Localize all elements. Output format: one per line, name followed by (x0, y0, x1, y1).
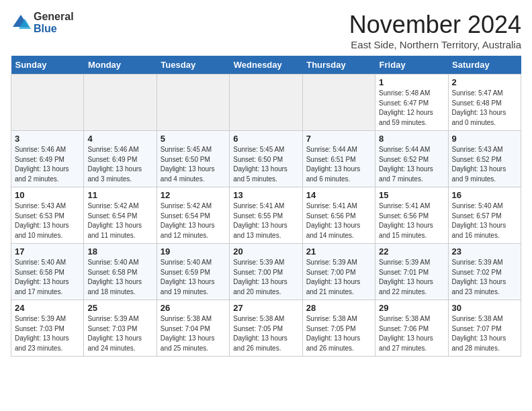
day-number: 2 (452, 77, 517, 87)
header: General Blue November 2024 East Side, No… (11, 11, 521, 50)
day-detail: Sunrise: 5:38 AM Sunset: 7:05 PM Dayligh… (306, 314, 371, 353)
calendar-cell: 6Sunrise: 5:45 AM Sunset: 6:50 PM Daylig… (230, 131, 302, 187)
day-number: 29 (379, 303, 444, 313)
day-detail: Sunrise: 5:44 AM Sunset: 6:52 PM Dayligh… (379, 145, 444, 184)
day-number: 14 (306, 190, 371, 200)
day-number: 15 (379, 190, 444, 200)
logo-blue: Blue (34, 23, 74, 35)
calendar-cell: 2Sunrise: 5:47 AM Sunset: 6:48 PM Daylig… (448, 75, 521, 131)
calendar-cell (302, 75, 375, 131)
calendar-cell: 8Sunrise: 5:44 AM Sunset: 6:52 PM Daylig… (375, 131, 448, 187)
calendar-cell: 26Sunrise: 5:38 AM Sunset: 7:04 PM Dayli… (157, 300, 229, 357)
location-title: East Side, Northern Territory, Australia (349, 39, 521, 50)
day-detail: Sunrise: 5:43 AM Sunset: 6:52 PM Dayligh… (452, 145, 517, 184)
day-number: 17 (15, 246, 80, 257)
day-detail: Sunrise: 5:45 AM Sunset: 6:50 PM Dayligh… (161, 145, 226, 184)
calendar-cell: 7Sunrise: 5:44 AM Sunset: 6:51 PM Daylig… (302, 131, 375, 187)
day-detail: Sunrise: 5:38 AM Sunset: 7:04 PM Dayligh… (161, 314, 226, 353)
day-number: 20 (233, 246, 298, 257)
day-detail: Sunrise: 5:40 AM Sunset: 6:59 PM Dayligh… (161, 258, 226, 297)
calendar-cell: 15Sunrise: 5:41 AM Sunset: 6:56 PM Dayli… (375, 187, 448, 244)
logo-icon (11, 13, 31, 33)
calendar-cell: 14Sunrise: 5:41 AM Sunset: 6:56 PM Dayli… (302, 187, 375, 244)
day-number: 11 (87, 190, 152, 200)
day-number: 21 (306, 246, 371, 257)
day-number: 18 (87, 246, 152, 257)
day-number: 23 (452, 246, 517, 257)
day-detail: Sunrise: 5:48 AM Sunset: 6:47 PM Dayligh… (379, 89, 444, 128)
calendar-cell: 19Sunrise: 5:40 AM Sunset: 6:59 PM Dayli… (157, 244, 229, 300)
calendar-cell: 16Sunrise: 5:40 AM Sunset: 6:57 PM Dayli… (448, 187, 521, 244)
day-number: 3 (15, 134, 80, 144)
day-number: 19 (161, 246, 226, 257)
calendar-week-row: 10Sunrise: 5:43 AM Sunset: 6:53 PM Dayli… (11, 187, 521, 244)
month-title: November 2024 (349, 11, 521, 39)
calendar-cell (230, 75, 302, 131)
day-number: 7 (306, 134, 371, 144)
day-number: 16 (452, 190, 517, 200)
calendar-cell: 22Sunrise: 5:39 AM Sunset: 7:01 PM Dayli… (375, 244, 448, 300)
day-detail: Sunrise: 5:39 AM Sunset: 7:03 PM Dayligh… (87, 314, 152, 353)
calendar-cell: 1Sunrise: 5:48 AM Sunset: 6:47 PM Daylig… (375, 75, 448, 131)
day-detail: Sunrise: 5:44 AM Sunset: 6:51 PM Dayligh… (306, 145, 371, 184)
day-detail: Sunrise: 5:38 AM Sunset: 7:06 PM Dayligh… (379, 314, 444, 353)
day-detail: Sunrise: 5:46 AM Sunset: 6:49 PM Dayligh… (87, 145, 152, 184)
day-number: 27 (233, 303, 298, 313)
logo: General Blue (11, 11, 74, 34)
weekday-header: Monday (84, 56, 157, 75)
calendar-cell: 3Sunrise: 5:46 AM Sunset: 6:49 PM Daylig… (11, 131, 84, 187)
calendar-cell: 29Sunrise: 5:38 AM Sunset: 7:06 PM Dayli… (375, 300, 448, 357)
day-detail: Sunrise: 5:38 AM Sunset: 7:07 PM Dayligh… (452, 314, 517, 353)
day-detail: Sunrise: 5:39 AM Sunset: 7:03 PM Dayligh… (15, 314, 80, 353)
day-detail: Sunrise: 5:41 AM Sunset: 6:56 PM Dayligh… (379, 201, 444, 240)
day-number: 24 (15, 303, 80, 313)
day-detail: Sunrise: 5:43 AM Sunset: 6:53 PM Dayligh… (15, 201, 80, 240)
weekday-header: Thursday (302, 56, 375, 75)
calendar-cell: 28Sunrise: 5:38 AM Sunset: 7:05 PM Dayli… (302, 300, 375, 357)
calendar-table: SundayMondayTuesdayWednesdayThursdayFrid… (11, 56, 521, 357)
day-number: 25 (87, 303, 152, 313)
day-detail: Sunrise: 5:41 AM Sunset: 6:56 PM Dayligh… (306, 201, 371, 240)
logo-general: General (34, 11, 74, 23)
day-detail: Sunrise: 5:39 AM Sunset: 7:01 PM Dayligh… (379, 258, 444, 297)
calendar-week-row: 1Sunrise: 5:48 AM Sunset: 6:47 PM Daylig… (11, 75, 521, 131)
calendar-cell: 10Sunrise: 5:43 AM Sunset: 6:53 PM Dayli… (11, 187, 84, 244)
day-number: 5 (161, 134, 226, 144)
calendar-week-row: 3Sunrise: 5:46 AM Sunset: 6:49 PM Daylig… (11, 131, 521, 187)
calendar-cell: 20Sunrise: 5:39 AM Sunset: 7:00 PM Dayli… (230, 244, 302, 300)
day-detail: Sunrise: 5:41 AM Sunset: 6:55 PM Dayligh… (233, 201, 298, 240)
day-number: 8 (379, 134, 444, 144)
day-number: 12 (161, 190, 226, 200)
day-detail: Sunrise: 5:40 AM Sunset: 6:57 PM Dayligh… (452, 201, 517, 240)
calendar-cell (11, 75, 84, 131)
calendar-cell: 18Sunrise: 5:40 AM Sunset: 6:58 PM Dayli… (84, 244, 157, 300)
calendar-cell: 13Sunrise: 5:41 AM Sunset: 6:55 PM Dayli… (230, 187, 302, 244)
day-detail: Sunrise: 5:39 AM Sunset: 7:02 PM Dayligh… (452, 258, 517, 297)
day-number: 28 (306, 303, 371, 313)
logo-text: General Blue (34, 11, 74, 34)
day-detail: Sunrise: 5:46 AM Sunset: 6:49 PM Dayligh… (15, 145, 80, 184)
calendar-cell: 23Sunrise: 5:39 AM Sunset: 7:02 PM Dayli… (448, 244, 521, 300)
calendar-cell (157, 75, 229, 131)
calendar-cell: 17Sunrise: 5:40 AM Sunset: 6:58 PM Dayli… (11, 244, 84, 300)
calendar-cell: 21Sunrise: 5:39 AM Sunset: 7:00 PM Dayli… (302, 244, 375, 300)
day-detail: Sunrise: 5:38 AM Sunset: 7:05 PM Dayligh… (233, 314, 298, 353)
weekday-header: Wednesday (230, 56, 302, 75)
calendar-cell: 27Sunrise: 5:38 AM Sunset: 7:05 PM Dayli… (230, 300, 302, 357)
day-detail: Sunrise: 5:40 AM Sunset: 6:58 PM Dayligh… (87, 258, 152, 297)
day-number: 4 (87, 134, 152, 144)
day-detail: Sunrise: 5:40 AM Sunset: 6:58 PM Dayligh… (15, 258, 80, 297)
calendar-cell: 12Sunrise: 5:42 AM Sunset: 6:54 PM Dayli… (157, 187, 229, 244)
day-number: 22 (379, 246, 444, 257)
day-detail: Sunrise: 5:39 AM Sunset: 7:00 PM Dayligh… (233, 258, 298, 297)
calendar-cell: 24Sunrise: 5:39 AM Sunset: 7:03 PM Dayli… (11, 300, 84, 357)
calendar-cell: 30Sunrise: 5:38 AM Sunset: 7:07 PM Dayli… (448, 300, 521, 357)
day-detail: Sunrise: 5:42 AM Sunset: 6:54 PM Dayligh… (87, 201, 152, 240)
day-number: 10 (15, 190, 80, 200)
weekday-header: Friday (375, 56, 448, 75)
weekday-header-row: SundayMondayTuesdayWednesdayThursdayFrid… (11, 56, 521, 75)
calendar-cell (84, 75, 157, 131)
weekday-header: Tuesday (157, 56, 229, 75)
day-number: 1 (379, 77, 444, 87)
calendar-cell: 4Sunrise: 5:46 AM Sunset: 6:49 PM Daylig… (84, 131, 157, 187)
